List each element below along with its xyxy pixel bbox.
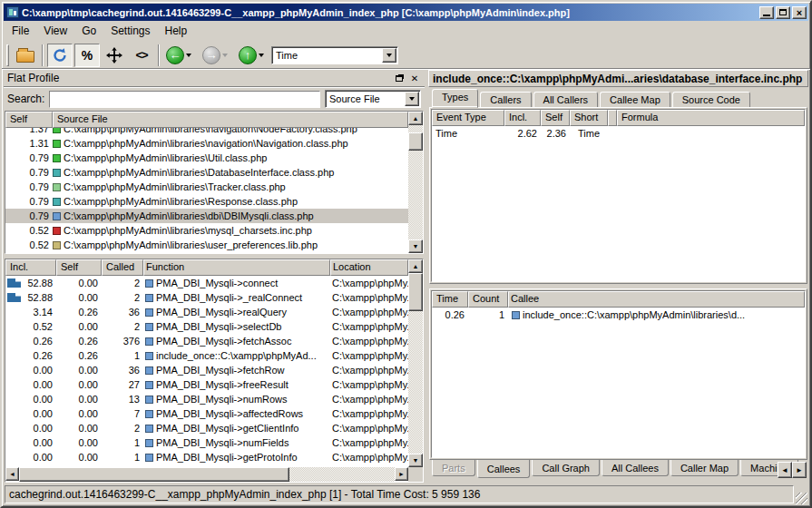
source-file-row[interactable]: 1.37 C:\xampp\phpMyAdmin\libraries\navig… <box>5 128 408 136</box>
group-by-selector[interactable]: Source File <box>325 90 421 108</box>
close-button[interactable]: × <box>792 6 807 19</box>
vertical-scrollbar[interactable]: ▲ ▼ <box>408 259 423 482</box>
location: C:\xampp\phpMy... <box>330 392 408 406</box>
detail-tab[interactable]: Callee Map <box>600 92 670 108</box>
column-header-count[interactable]: Count <box>468 291 508 308</box>
detail-tab[interactable]: Source Code <box>672 92 750 108</box>
function-row[interactable]: 0.00 0.00 2 PMA_DBI_Mysqli->getClientInf… <box>5 421 408 435</box>
search-input[interactable] <box>50 92 319 107</box>
cycle-detection-button[interactable] <box>47 44 73 67</box>
column-header-incl[interactable]: Incl. <box>5 259 56 276</box>
dock-title-bar[interactable]: Flat Profile ✕ <box>4 70 425 87</box>
function-row[interactable]: 3.14 0.26 36 PMA_DBI_Mysqli->realQuery <box>5 305 408 319</box>
source-file-row[interactable]: 1.31 C:\xampp\phpMyAdmin\libraries\navig… <box>5 136 408 151</box>
float-dock-button[interactable] <box>393 73 406 84</box>
function-row[interactable]: 0.00 0.00 7 PMA_DBI_Mysqli->affectedRows <box>5 406 408 421</box>
function-row[interactable]: 0.00 0.00 27 PMA_DBI_Mysqli->freeResult <box>5 377 408 392</box>
menu-item[interactable]: File <box>5 23 35 39</box>
self-cost: 0.00 <box>56 435 102 450</box>
column-header-formula[interactable]: Formula <box>617 110 805 126</box>
percent-button[interactable]: % <box>74 44 100 67</box>
source-file-row[interactable]: 0.79 C:\xampp\phpMyAdmin\libraries\dbi\D… <box>5 209 408 223</box>
detail-tab[interactable]: Types <box>432 89 478 108</box>
bottom-tab[interactable]: Call Graph <box>532 460 600 476</box>
column-header-event-type[interactable]: Event Type <box>432 110 504 126</box>
horizontal-scrollbar[interactable]: ◄ ► <box>5 467 408 482</box>
relative-cost-button[interactable]: <> <box>129 44 154 67</box>
scrollbar-thumb[interactable] <box>408 132 423 151</box>
close-dock-button[interactable]: ✕ <box>408 73 421 84</box>
column-header-self[interactable]: Self <box>541 110 570 126</box>
function-row[interactable]: 0.00 0.00 13 PMA_DBI_Mysqli->numRows <box>5 392 408 406</box>
scroll-right-button[interactable]: ► <box>395 467 408 481</box>
forward-button[interactable]: → <box>200 44 234 67</box>
column-header-short[interactable]: Short <box>570 110 608 126</box>
maximize-button[interactable] <box>776 6 790 19</box>
column-header-source-file[interactable]: Source File <box>53 112 408 128</box>
resize-grip[interactable] <box>796 493 807 504</box>
called-count: 2 <box>102 276 143 290</box>
column-header-function[interactable]: Function <box>143 259 330 276</box>
bottom-tab[interactable]: Parts <box>432 460 475 476</box>
bottom-tab[interactable]: All Callees <box>602 460 669 476</box>
expand-areas-button[interactable] <box>102 44 127 67</box>
open-file-button[interactable] <box>13 44 38 67</box>
column-header-self[interactable]: Self <box>56 259 102 276</box>
toolbar-grip[interactable] <box>6 44 9 66</box>
function-row[interactable]: 52.88 0.00 2 PMA_DBI_Mysqli->connect <box>5 276 408 290</box>
open-folder-icon <box>16 51 34 63</box>
combo-dropdown-button[interactable] <box>405 92 419 106</box>
combo-dropdown-button[interactable] <box>382 48 396 63</box>
menu-item[interactable]: Go <box>75 23 103 39</box>
scrollbar-thumb[interactable] <box>19 467 289 482</box>
source-file-row[interactable]: 0.79 C:\xampp\phpMyAdmin\libraries\Util.… <box>5 151 408 165</box>
column-header-callee[interactable]: Callee <box>508 291 805 308</box>
vertical-scrollbar[interactable]: ▲ ▼ <box>408 112 423 253</box>
up-button[interactable]: ↑ <box>236 44 270 67</box>
scroll-left-button[interactable]: ◄ <box>5 467 19 481</box>
function-row[interactable]: 0.26 0.26 376 PMA_DBI_Mysqli->fetchAssoc <box>5 334 408 348</box>
bottom-tab[interactable]: Callees <box>477 460 531 478</box>
scroll-up-button[interactable]: ▲ <box>408 259 423 273</box>
incl-cost: 2.62 <box>504 126 541 141</box>
source-file-row[interactable]: 0.52 C:\xampp\phpMyAdmin\libraries\user_… <box>5 238 408 252</box>
bottom-tab[interactable]: Caller Map <box>670 460 739 476</box>
group-color-icon <box>53 227 61 235</box>
tab-scroll-right-button[interactable]: ► <box>792 462 807 478</box>
function-row[interactable]: 52.88 0.00 2 PMA_DBI_Mysqli->_realConnec… <box>5 290 408 305</box>
function-row[interactable]: 0.52 0.00 2 PMA_DBI_Mysqli->selectDb <box>5 319 408 334</box>
column-header-self[interactable]: Self <box>5 112 53 128</box>
detail-tab[interactable]: Callers <box>480 92 531 108</box>
column-header-time[interactable]: Time <box>432 291 468 308</box>
source-file-row[interactable]: 0.79 C:\xampp\phpMyAdmin\libraries\Track… <box>5 180 408 194</box>
callee-row[interactable]: 0.26 1 include_once::C:\xampp\phpMyAdmin… <box>432 308 805 322</box>
column-header-incl[interactable]: Incl. <box>504 110 541 126</box>
scrollbar-corner <box>408 467 423 482</box>
location: C:\xampp\phpMy... <box>330 450 408 464</box>
tab-scroll-left-button[interactable]: ◄ <box>778 462 792 478</box>
scrollbar-thumb[interactable] <box>408 273 423 311</box>
event-type-row[interactable]: Time 2.62 2.36 Time <box>432 126 805 141</box>
column-header-called[interactable]: Called <box>102 259 143 276</box>
function-row[interactable]: 0.00 0.00 1 PMA_DBI_Mysqli->numFields <box>5 435 408 450</box>
detail-tab[interactable]: All Callers <box>533 92 599 108</box>
source-file-row[interactable]: 0.52 C:\xampp\phpMyAdmin\libraries\mysql… <box>5 223 408 238</box>
scroll-down-button[interactable]: ▼ <box>408 454 423 467</box>
scroll-up-button[interactable]: ▲ <box>408 112 423 125</box>
function-row[interactable]: 0.00 0.00 1 PMA_DBI_Mysqli->getProtoInfo <box>5 450 408 464</box>
source-file-row[interactable]: 0.79 C:\xampp\phpMyAdmin\libraries\Respo… <box>5 194 408 209</box>
minimize-button[interactable] <box>759 6 774 19</box>
menu-item[interactable]: Help <box>159 23 194 39</box>
back-button[interactable]: ← <box>163 44 198 67</box>
column-header-spacer[interactable] <box>608 110 617 126</box>
menu-item[interactable]: View <box>37 23 73 39</box>
function-row[interactable]: 0.26 0.26 1 include_once::C:\xampp\phpMy… <box>5 348 408 363</box>
event-type-selector[interactable]: Time <box>271 46 398 64</box>
source-file-row[interactable]: 0.79 C:\xampp\phpMyAdmin\libraries\Datab… <box>5 165 408 180</box>
column-header-location[interactable]: Location <box>330 259 408 276</box>
menu-item[interactable]: Settings <box>104 23 156 39</box>
title-bar[interactable]: C:\xampp\tmp\cachegrind.out.1416463299-C… <box>4 4 808 21</box>
function-row[interactable]: 0.00 0.00 36 PMA_DBI_Mysqli->fetchRow <box>5 363 408 377</box>
scroll-down-button[interactable]: ▼ <box>408 239 423 253</box>
self-cost: 0.52 <box>5 238 53 252</box>
